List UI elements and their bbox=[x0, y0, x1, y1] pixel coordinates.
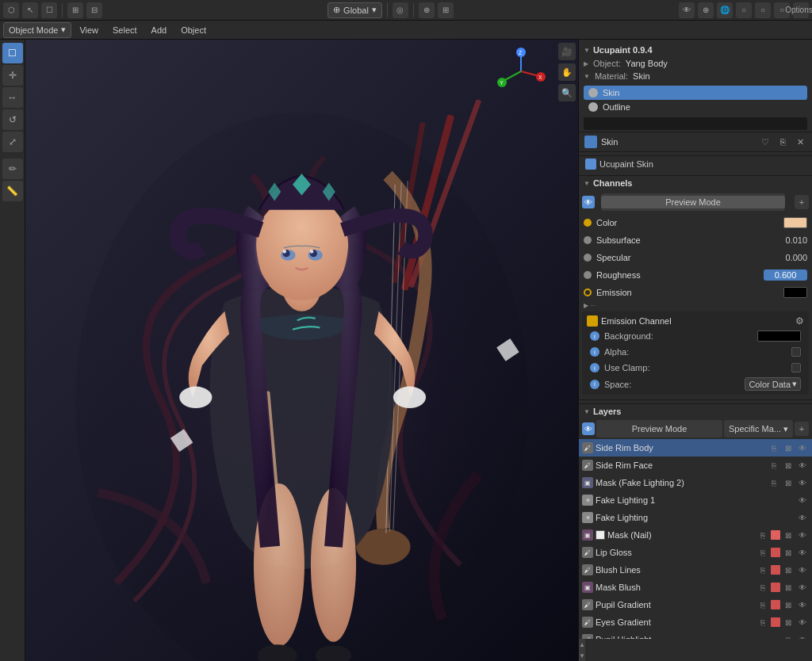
layer-item-fake-lighting[interactable]: ☀ Fake Lighting 👁 bbox=[579, 509, 812, 526]
layer-copy-icon-1[interactable]: ⎘ bbox=[768, 459, 780, 472]
tool-measure[interactable]: 📏 bbox=[2, 181, 23, 201]
layer-item-mask-fake-lighting-2[interactable]: ▣ Mask (Fake Lighting 2) ⎘ ⊠ 👁 bbox=[579, 474, 812, 491]
tool-select[interactable]: ☐ bbox=[2, 43, 23, 63]
tool-move[interactable]: ↔ bbox=[2, 87, 23, 108]
material-item-skin[interactable]: Skin bbox=[584, 86, 807, 100]
alpha-checkbox[interactable] bbox=[791, 347, 801, 357]
layer-item-side-rim-face[interactable]: 🖌 Side Rim Face ⎘ ⊠ 👁 bbox=[579, 457, 812, 474]
proportional-edit-icon[interactable]: ◎ bbox=[393, 2, 408, 18]
layer-eye-icon-8[interactable]: 👁 bbox=[796, 581, 809, 594]
layer-mask-icon-2[interactable]: ⊠ bbox=[782, 476, 795, 489]
preview-mode-label[interactable]: Preview Mode bbox=[601, 196, 785, 208]
channel-row-subsurface[interactable]: Subsurface 0.010 bbox=[579, 231, 812, 249]
emission-settings-icon[interactable]: ⚙ bbox=[795, 315, 804, 327]
menu-select[interactable]: Select bbox=[106, 24, 144, 36]
space-dropdown[interactable]: Color Data ▾ bbox=[745, 377, 801, 391]
right-panel-scrollbar[interactable]: ▲ ▼ bbox=[579, 639, 585, 661]
layer-copy-icon-7[interactable]: ⎘ bbox=[756, 564, 769, 576]
select-box-icon[interactable]: ☐ bbox=[41, 2, 57, 18]
gizmo-icon[interactable]: ⊟ bbox=[86, 2, 102, 18]
layer-copy-icon-10[interactable]: ⎘ bbox=[756, 616, 769, 629]
background-color-swatch[interactable] bbox=[757, 330, 801, 342]
layer-item-lip-gloss[interactable]: 🖌 Lip Gloss ⎘ ⊠ 👁 bbox=[579, 544, 812, 561]
channel-row-specular[interactable]: Specular 0.000 bbox=[579, 249, 812, 266]
layers-preview-eye-icon[interactable]: 👁 bbox=[582, 422, 595, 435]
scroll-down-button[interactable]: ▼ bbox=[579, 650, 585, 661]
skin-copy-icon[interactable]: ⎘ bbox=[776, 135, 790, 149]
viewport-overlay-icon[interactable]: ⊞ bbox=[67, 2, 83, 18]
layer-eye-icon-2[interactable]: 👁 bbox=[796, 476, 809, 489]
layer-mask-icon-10[interactable]: ⊠ bbox=[782, 616, 795, 629]
tool-annotate[interactable]: ✏ bbox=[2, 159, 23, 179]
layer-item-eyes-gradient[interactable]: 🖌 Eyes Gradient ⎘ ⊠ 👁 bbox=[579, 613, 812, 631]
layer-mask-icon-5[interactable]: ⊠ bbox=[782, 529, 795, 541]
useclamp-checkbox[interactable] bbox=[791, 363, 801, 373]
skin-close-icon[interactable]: ✕ bbox=[793, 135, 807, 149]
ucupaint-panel-header[interactable]: ▼ Ucupaint 0.9.4 bbox=[579, 43, 812, 57]
color-channel-swatch[interactable] bbox=[783, 217, 807, 228]
layer-copy-icon-11[interactable]: ⎘ bbox=[782, 633, 795, 639]
channel-row-emission[interactable]: Emission bbox=[579, 284, 812, 301]
layer-mask-icon-0[interactable]: ⊠ bbox=[782, 441, 795, 454]
material-item-outline[interactable]: Outline bbox=[584, 100, 807, 114]
tool-scale[interactable]: ⤢ bbox=[2, 132, 23, 152]
layer-item-blush-lines[interactable]: 🖌 Blush Lines ⎘ ⊠ 👁 bbox=[579, 561, 812, 579]
layer-eye-icon-6[interactable]: 👁 bbox=[796, 546, 809, 559]
layer-copy-icon-8[interactable]: ⎘ bbox=[756, 581, 769, 594]
menu-object[interactable]: Object bbox=[174, 24, 213, 36]
channel-row-color[interactable]: Color bbox=[579, 214, 812, 231]
layer-eye-icon-9[interactable]: 👁 bbox=[796, 598, 809, 611]
layer-mask-icon-6[interactable]: ⊠ bbox=[782, 546, 795, 559]
scroll-up-button[interactable]: ▲ bbox=[579, 639, 585, 650]
transform-pivot-dropdown[interactable]: ⊕ Global ▾ bbox=[327, 2, 382, 18]
channels-preview-mode-btn[interactable]: Preview Mode bbox=[601, 193, 785, 211]
layer-copy-icon-5[interactable]: ⎘ bbox=[756, 529, 769, 541]
hand-pan-icon[interactable]: ✋ bbox=[558, 63, 576, 81]
skin-heart-icon[interactable]: ♡ bbox=[758, 135, 772, 149]
layer-eye-icon-5[interactable]: 👁 bbox=[796, 529, 809, 541]
layer-copy-icon-0[interactable]: ⎘ bbox=[768, 441, 780, 454]
render-icon[interactable]: 👁 bbox=[679, 2, 695, 18]
layer-item-mask-nail[interactable]: ▣ Mask (Nail) ⎘ ⊠ 👁 bbox=[579, 526, 812, 544]
useclamp-info-icon[interactable]: i bbox=[590, 363, 599, 373]
layers-header[interactable]: ▼ Layers bbox=[579, 403, 812, 418]
layer-eye-icon-0[interactable]: 👁 bbox=[796, 441, 809, 454]
zoom-icon[interactable]: 🔍 bbox=[558, 84, 576, 101]
layer-item-pupil-gradient[interactable]: 🖌 Pupil Gradient ⎘ ⊠ 👁 bbox=[579, 596, 812, 613]
channels-header[interactable]: ▼ Channels bbox=[579, 175, 812, 190]
skin-dropdown-label[interactable]: Skin bbox=[601, 137, 755, 147]
layer-eye-icon-4[interactable]: 👁 bbox=[796, 511, 809, 524]
preview-eye-icon[interactable]: 👁 bbox=[582, 196, 595, 208]
camera-persp-icon[interactable]: 🎥 bbox=[558, 43, 576, 60]
tool-cursor[interactable]: ✛ bbox=[2, 65, 23, 86]
layer-item-mask-blush[interactable]: ▣ Mask Blush ⎘ ⊠ 👁 bbox=[579, 579, 812, 596]
layer-copy-icon-9[interactable]: ⎘ bbox=[756, 598, 769, 611]
layer-item-fake-lighting-1[interactable]: ☀ Fake Lighting 1 👁 bbox=[579, 491, 812, 509]
layer-item-side-rim-body[interactable]: 🖌 Side Rim Body ⎘ ⊠ 👁 bbox=[579, 439, 812, 457]
layer-copy-icon-6[interactable]: ⎘ bbox=[756, 546, 769, 559]
blender-logo-icon[interactable]: ⬡ bbox=[3, 2, 19, 18]
navigation-gizmo[interactable]: Z X Y bbox=[496, 46, 546, 97]
render-settings-icon[interactable]: ⊕ bbox=[698, 2, 714, 18]
channel-row-roughness[interactable]: Roughness bbox=[579, 266, 812, 284]
scene-icon[interactable]: 🌐 bbox=[717, 2, 733, 18]
layers-specific-dropdown[interactable]: Specific Ma... ▾ bbox=[724, 420, 793, 437]
layer-copy-icon-2[interactable]: ⎘ bbox=[768, 476, 780, 489]
emission-channel-swatch[interactable] bbox=[783, 287, 807, 298]
menu-view[interactable]: View bbox=[73, 24, 105, 36]
background-info-icon[interactable]: i bbox=[590, 331, 599, 341]
space-info-icon[interactable]: i bbox=[590, 380, 599, 389]
roughness-value-input[interactable] bbox=[764, 269, 807, 281]
tool-rotate[interactable]: ↺ bbox=[2, 109, 23, 130]
layer-eye-icon-1[interactable]: 👁 bbox=[796, 459, 809, 472]
alpha-info-icon[interactable]: i bbox=[590, 347, 599, 357]
cursor-icon[interactable]: ↖ bbox=[22, 2, 38, 18]
object-data-icon[interactable]: ○ bbox=[755, 2, 771, 18]
layer-eye-icon-10[interactable]: 👁 bbox=[796, 616, 809, 629]
layer-mask-icon-8[interactable]: ⊠ bbox=[782, 581, 795, 594]
options-dropdown[interactable]: Options ▾ bbox=[793, 2, 809, 18]
layer-mask-icon-9[interactable]: ⊠ bbox=[782, 598, 795, 611]
layer-mask-icon-7[interactable]: ⊠ bbox=[782, 564, 795, 576]
snapping-icon[interactable]: ⊞ bbox=[438, 2, 454, 18]
layer-item-pupil-highlight[interactable]: 🖌 Pupil Highlight ⎘ 👁 bbox=[579, 631, 812, 639]
